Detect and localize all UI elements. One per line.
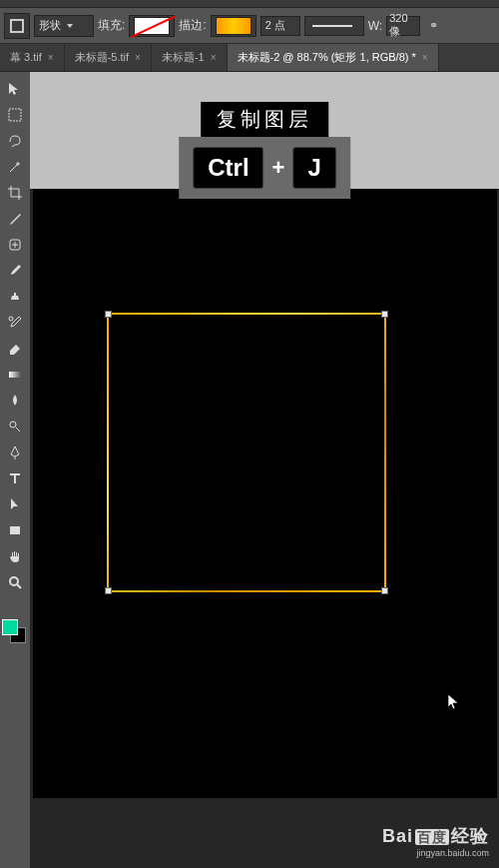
zoom-tool[interactable] bbox=[2, 570, 28, 594]
transform-handle[interactable] bbox=[381, 311, 388, 318]
rectangle-shape[interactable] bbox=[107, 313, 386, 592]
document-canvas[interactable] bbox=[33, 189, 497, 798]
close-icon[interactable]: × bbox=[422, 52, 428, 63]
blur-tool[interactable] bbox=[2, 389, 28, 413]
eraser-tool[interactable] bbox=[2, 337, 28, 361]
key-ctrl: Ctrl bbox=[193, 147, 263, 189]
cursor-icon bbox=[447, 693, 461, 711]
svg-rect-0 bbox=[9, 109, 21, 121]
magic-wand-tool[interactable] bbox=[2, 155, 28, 179]
tab-label: 未标题-5.tif bbox=[75, 50, 129, 65]
transform-handle[interactable] bbox=[105, 587, 112, 594]
doc-tab-active[interactable]: 未标题-2 @ 88.7% (矩形 1, RGB/8) * × bbox=[228, 44, 439, 71]
dodge-tool[interactable] bbox=[2, 415, 28, 438]
color-swatches[interactable] bbox=[2, 619, 26, 643]
transform-handle[interactable] bbox=[105, 311, 112, 318]
tab-label: 未标题-2 @ 88.7% (矩形 1, RGB/8) * bbox=[238, 50, 416, 65]
transform-handle[interactable] bbox=[381, 587, 388, 594]
svg-rect-5 bbox=[10, 526, 20, 534]
gradient-tool[interactable] bbox=[2, 363, 28, 387]
path-select-tool[interactable] bbox=[2, 492, 28, 516]
document-tabs: 幕 3.tif × 未标题-5.tif × 未标题-1 × 未标题-2 @ 88… bbox=[0, 44, 499, 72]
close-icon[interactable]: × bbox=[211, 52, 217, 63]
stroke-style-dropdown[interactable] bbox=[304, 16, 364, 36]
lasso-tool[interactable] bbox=[2, 129, 28, 153]
stroke-width-value: 2 点 bbox=[265, 18, 285, 33]
wm-url: jingyan.baidu.com bbox=[382, 848, 489, 858]
doc-tab[interactable]: 未标题-5.tif × bbox=[65, 44, 152, 71]
tools-panel bbox=[0, 72, 30, 868]
tab-label: 幕 3.tif bbox=[10, 50, 42, 65]
shortcut-tooltip: 复制图层 Ctrl + J bbox=[179, 102, 350, 199]
stroke-width-input[interactable]: 2 点 bbox=[260, 16, 300, 36]
wm-brand-right: 经验 bbox=[451, 826, 489, 846]
stroke-swatch[interactable] bbox=[211, 15, 256, 37]
width-label: W: bbox=[368, 19, 382, 33]
no-fill-icon bbox=[134, 17, 170, 35]
fill-swatch[interactable] bbox=[129, 15, 175, 37]
link-icon[interactable]: ⚭ bbox=[424, 17, 442, 35]
close-icon[interactable]: × bbox=[135, 52, 141, 63]
shape-mode-dropdown[interactable]: 形状 bbox=[34, 15, 94, 37]
svg-point-6 bbox=[10, 577, 18, 585]
width-value: 320 像 bbox=[389, 12, 417, 39]
close-icon[interactable]: × bbox=[48, 52, 54, 63]
tooltip-title: 复制图层 bbox=[201, 102, 328, 137]
chevron-down-icon bbox=[67, 24, 73, 28]
tab-label: 未标题-1 bbox=[162, 50, 205, 65]
brush-tool[interactable] bbox=[2, 259, 28, 283]
options-bar: 形状 填充: 描边: 2 点 W: 320 像 ⚭ bbox=[0, 8, 499, 44]
pen-tool[interactable] bbox=[2, 440, 28, 464]
width-input[interactable]: 320 像 bbox=[386, 16, 420, 36]
watermark: Bai百度经验 jingyan.baidu.com bbox=[382, 824, 489, 858]
foreground-color-swatch[interactable] bbox=[2, 619, 18, 635]
plus-icon: + bbox=[272, 155, 285, 181]
crop-tool[interactable] bbox=[2, 181, 28, 205]
move-tool[interactable] bbox=[2, 77, 28, 101]
marquee-tool[interactable] bbox=[2, 103, 28, 127]
type-tool[interactable] bbox=[2, 466, 28, 490]
eyedropper-tool[interactable] bbox=[2, 207, 28, 231]
hand-tool[interactable] bbox=[2, 544, 28, 568]
rectangle-tool[interactable] bbox=[2, 518, 28, 542]
doc-tab[interactable]: 未标题-1 × bbox=[152, 44, 228, 71]
shape-mode-label: 形状 bbox=[39, 18, 61, 33]
canvas-area: 复制图层 Ctrl + J Bai百度经验 jingyan.baidu.com bbox=[30, 72, 499, 868]
spot-heal-tool[interactable] bbox=[2, 233, 28, 257]
svg-point-2 bbox=[9, 317, 13, 321]
key-j: J bbox=[292, 147, 335, 189]
doc-tab[interactable]: 幕 3.tif × bbox=[0, 44, 65, 71]
tool-preset-icon[interactable] bbox=[4, 13, 30, 39]
fill-label: 填充: bbox=[98, 17, 125, 34]
solid-line-icon bbox=[312, 25, 352, 27]
wm-brand-mid: 百度 bbox=[415, 829, 449, 845]
svg-rect-3 bbox=[9, 372, 21, 378]
gradient-swatch-icon bbox=[216, 17, 251, 35]
wm-brand-left: Bai bbox=[382, 826, 413, 846]
svg-point-4 bbox=[10, 422, 16, 428]
stroke-label: 描边: bbox=[179, 17, 206, 34]
history-brush-tool[interactable] bbox=[2, 311, 28, 335]
clone-stamp-tool[interactable] bbox=[2, 285, 28, 309]
